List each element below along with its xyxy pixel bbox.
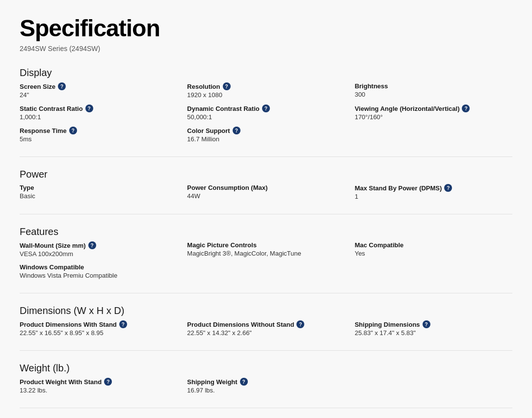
- tooltip-icon[interactable]: ?: [69, 127, 77, 134]
- spec-cell: [355, 378, 512, 394]
- spec-label: Mac Compatible: [355, 241, 512, 249]
- spec-label: Brightness: [355, 82, 512, 90]
- page-subtitle: 2494SW Series (2494SW): [20, 45, 512, 52]
- spec-row: Response Time?5msColor Support?16.7 Mill…: [20, 127, 512, 149]
- spec-row: Product Dimensions With Stand?22.55" x 1…: [20, 320, 512, 342]
- spec-cell: Wall-Mount (Size mm)?VESA 100x200mm: [20, 241, 177, 258]
- tooltip-icon[interactable]: ?: [296, 320, 304, 328]
- section-title-3: Dimensions (W x H x D): [20, 305, 512, 316]
- spec-cell: Response Time?5ms: [20, 127, 177, 143]
- section-divider: [20, 408, 512, 408]
- spec-value: 24": [20, 91, 177, 99]
- spec-cell: Static Contrast Ratio?1,000:1: [20, 104, 177, 121]
- spec-value: 170°/160°: [355, 113, 512, 121]
- spec-value: VESA 100x200mm: [20, 250, 177, 258]
- spec-value: 1,000:1: [20, 113, 177, 121]
- tooltip-icon[interactable]: ?: [119, 320, 127, 328]
- section-title-0: Display: [20, 67, 512, 78]
- spec-label: Response Time?: [20, 127, 177, 134]
- tooltip-icon[interactable]: ?: [423, 320, 430, 328]
- spec-label: Viewing Angle (Horizontal/Vertical)?: [355, 104, 512, 112]
- spec-cell: [355, 127, 512, 143]
- section-divider: [20, 214, 512, 214]
- spec-cell: Screen Size?24": [20, 82, 177, 99]
- spec-row: Windows CompatibleWindows Vista Premiu C…: [20, 263, 512, 285]
- spec-cell: Magic Picture ControlsMagicBright 3®, Ma…: [187, 241, 345, 258]
- spec-label: Max Stand By Power (DPMS)?: [355, 184, 512, 192]
- spec-cell: Color Support?16.7 Million: [187, 127, 345, 143]
- spec-label: Type: [20, 184, 177, 191]
- spec-value: 16.7 Million: [187, 135, 345, 143]
- spec-label: Shipping Weight?: [187, 378, 345, 386]
- section-title-1: Power: [20, 169, 512, 180]
- spec-cell: Product Dimensions Without Stand?22.55" …: [187, 320, 345, 337]
- spec-row: Product Weight With Stand?13.22 lbs.Ship…: [20, 378, 512, 400]
- spec-value: MagicBright 3®, MagicColor, MagicTune: [187, 250, 345, 257]
- spec-cell: Shipping Dimensions?25.83" x 17.4" x 5.8…: [355, 320, 512, 337]
- tooltip-icon[interactable]: ?: [223, 82, 231, 90]
- spec-value: 5ms: [20, 135, 177, 143]
- spec-cell: Brightness300: [355, 82, 512, 99]
- spec-value: Yes: [355, 250, 512, 257]
- section-title-2: Features: [20, 226, 512, 237]
- spec-cell: Shipping Weight?16.97 lbs.: [187, 378, 345, 394]
- tooltip-icon[interactable]: ?: [233, 127, 240, 134]
- tooltip-icon[interactable]: ?: [88, 241, 96, 249]
- spec-value: 22.55" x 14.32" x 2.66": [187, 329, 345, 337]
- spec-value: 50,000:1: [187, 113, 345, 121]
- spec-cell: Max Stand By Power (DPMS)?1: [355, 184, 512, 200]
- spec-label: Windows Compatible: [20, 263, 177, 271]
- spec-cell: Product Weight With Stand?13.22 lbs.: [20, 378, 177, 394]
- spec-label: Magic Picture Controls: [187, 241, 345, 249]
- tooltip-icon[interactable]: ?: [104, 378, 112, 386]
- tooltip-icon[interactable]: ?: [240, 378, 248, 386]
- spec-value: 13.22 lbs.: [20, 387, 177, 394]
- tooltip-icon[interactable]: ?: [58, 82, 66, 90]
- spec-value: 300: [355, 91, 512, 98]
- spec-value: Basic: [20, 192, 177, 200]
- spec-cell: Power Consumption (Max)44W: [187, 184, 345, 200]
- tooltip-icon[interactable]: ?: [262, 104, 270, 112]
- spec-cell: Mac CompatibleYes: [355, 241, 512, 258]
- spec-cell: [187, 263, 345, 279]
- spec-value: 1920 x 1080: [187, 91, 345, 99]
- spec-value: 25.83" x 17.4" x 5.83": [355, 329, 512, 337]
- spec-cell: TypeBasic: [20, 184, 177, 200]
- spec-label: Product Weight With Stand?: [20, 378, 177, 386]
- spec-label: Power Consumption (Max): [187, 184, 345, 191]
- spec-label: Product Dimensions Without Stand?: [187, 320, 345, 328]
- tooltip-icon[interactable]: ?: [444, 184, 452, 192]
- spec-row: Static Contrast Ratio?1,000:1Dynamic Con…: [20, 104, 512, 127]
- spec-row: Wall-Mount (Size mm)?VESA 100x200mmMagic…: [20, 241, 512, 263]
- section-divider: [20, 157, 512, 157]
- section-divider: [20, 350, 512, 351]
- spec-label: Product Dimensions With Stand?: [20, 320, 177, 328]
- spec-row: TypeBasicPower Consumption (Max)44WMax S…: [20, 184, 512, 206]
- tooltip-icon[interactable]: ?: [85, 104, 93, 112]
- spec-cell: Resolution?1920 x 1080: [187, 82, 345, 99]
- spec-cell: Product Dimensions With Stand?22.55" x 1…: [20, 320, 177, 337]
- spec-label: Wall-Mount (Size mm)?: [20, 241, 177, 249]
- page-title: Specification: [20, 15, 512, 42]
- spec-row: Screen Size?24"Resolution?1920 x 1080Bri…: [20, 82, 512, 104]
- spec-label: Color Support?: [187, 127, 345, 134]
- section-title-4: Weight (lb.): [20, 363, 512, 374]
- spec-value: 22.55" x 16.55" x 8.95" x 8.95: [20, 329, 177, 337]
- spec-cell: Windows CompatibleWindows Vista Premiu C…: [20, 263, 177, 279]
- spec-label: Static Contrast Ratio?: [20, 104, 177, 112]
- spec-value: Windows Vista Premiu Compatible: [20, 272, 177, 279]
- spec-value: 44W: [187, 192, 345, 200]
- tooltip-icon[interactable]: ?: [462, 104, 470, 112]
- spec-cell: Dynamic Contrast Ratio?50,000:1: [187, 104, 345, 121]
- section-divider: [20, 293, 512, 293]
- spec-value: 16.97 lbs.: [187, 387, 345, 394]
- spec-cell: Viewing Angle (Horizontal/Vertical)?170°…: [355, 104, 512, 121]
- spec-label: Resolution?: [187, 82, 345, 90]
- spec-label: Screen Size?: [20, 82, 177, 90]
- spec-label: Dynamic Contrast Ratio?: [187, 104, 345, 112]
- spec-value: 1: [355, 193, 512, 200]
- spec-label: Shipping Dimensions?: [355, 320, 512, 328]
- spec-cell: [355, 263, 512, 279]
